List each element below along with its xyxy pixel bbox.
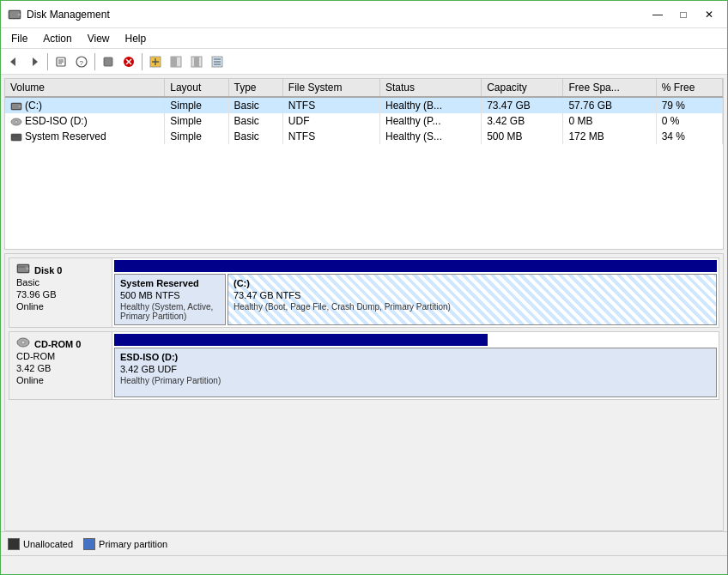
disk-0-bar <box>114 260 717 272</box>
menu-view[interactable]: View <box>81 31 117 46</box>
shrink-button[interactable] <box>187 52 206 71</box>
status-bar <box>1 555 727 574</box>
table-header-row: Volume Layout Type File System Status Ca… <box>5 79 723 97</box>
svg-point-2 <box>18 13 21 15</box>
svg-marker-4 <box>33 58 38 66</box>
col-volume: Volume <box>5 79 165 97</box>
partition-system-reserved[interactable]: System Reserved 500 MB NTFS Healthy (Sys… <box>114 274 226 325</box>
extend-button[interactable] <box>167 52 185 71</box>
disk-0-icon <box>16 263 30 274</box>
partition-system-reserved-size: 500 MB NTFS <box>120 290 220 300</box>
minimize-button[interactable]: — <box>646 6 669 23</box>
maximize-button[interactable]: □ <box>672 6 695 23</box>
more-button[interactable] <box>208 52 227 71</box>
properties-icon <box>55 56 67 68</box>
disk-0-type: Basic <box>16 277 105 288</box>
partition-system-reserved-status: Healthy (System, Active, Primary Partiti… <box>120 302 220 321</box>
table-cell: ESD-ISO (D:) <box>5 113 165 129</box>
toolbar-separator-2 <box>94 53 95 70</box>
legend-primary: Primary partition <box>83 538 167 550</box>
disk-0-visual: System Reserved 500 MB NTFS Healthy (Sys… <box>112 258 719 327</box>
col-type: Type <box>228 79 282 97</box>
partition-c-size: 73.47 GB NTFS <box>234 290 711 300</box>
table-cell: NTFS <box>282 97 379 113</box>
cdrom-0-name: CD-ROM 0 <box>16 337 105 349</box>
svg-marker-3 <box>10 58 15 66</box>
back-icon <box>8 56 20 68</box>
svg-point-30 <box>15 120 18 123</box>
svg-rect-11 <box>104 58 112 66</box>
toolbar: ? <box>1 49 727 75</box>
svg-rect-31 <box>11 134 21 141</box>
partition-esd-iso[interactable]: ESD-ISO (D:) 3.42 GB UDF Healthy (Primar… <box>114 348 717 397</box>
table-cell: 57.76 GB <box>563 97 656 113</box>
svg-rect-21 <box>194 57 199 67</box>
back-button[interactable] <box>4 52 23 71</box>
cdrom-0-icon <box>16 337 30 348</box>
table-row[interactable]: (C:)SimpleBasicNTFSHealthy (B...73.47 GB… <box>5 97 723 113</box>
title-left: Disk Management <box>8 8 110 21</box>
menu-file[interactable]: File <box>4 31 34 46</box>
table-row[interactable]: ESD-ISO (D:)SimpleBasicUDFHealthy (P...3… <box>5 113 723 129</box>
partition-c-name: (C:) <box>234 278 711 288</box>
table-cell: 0 MB <box>563 113 656 129</box>
more-icon <box>211 56 223 68</box>
partition-esd-iso-name: ESD-ISO (D:) <box>120 352 711 362</box>
col-filesystem: File System <box>282 79 379 97</box>
svg-point-35 <box>27 268 29 270</box>
col-pct-free: % Free <box>656 79 722 97</box>
table-cell: Healthy (B... <box>380 97 482 113</box>
legend-primary-label: Primary partition <box>99 539 167 549</box>
svg-rect-19 <box>171 57 177 67</box>
cdrom-0-size: 3.42 GB <box>16 363 105 373</box>
forward-button[interactable] <box>25 52 44 71</box>
table-cell: Healthy (P... <box>380 113 482 129</box>
disk-0-size: 73.96 GB <box>16 289 105 300</box>
svg-text:?: ? <box>80 59 84 67</box>
delete-button[interactable] <box>119 52 138 71</box>
table-cell: 34 % <box>656 129 722 144</box>
table-row[interactable]: System ReservedSimpleBasicNTFSHealthy (S… <box>5 129 723 144</box>
new-volume-icon <box>149 56 161 68</box>
table-cell: Healthy (S... <box>380 129 482 144</box>
cdrom-0-label: CD-ROM 0 CD-ROM 3.42 GB Online <box>9 332 112 399</box>
legend-unallocated: Unallocated <box>8 538 73 550</box>
close-button[interactable]: ✕ <box>698 6 720 23</box>
table-cell: Simple <box>165 129 228 144</box>
volume-table: Volume Layout Type File System Status Ca… <box>5 79 723 144</box>
properties-button[interactable] <box>52 52 70 71</box>
new-volume-button[interactable] <box>146 52 165 71</box>
delete-icon <box>123 56 135 68</box>
title-bar: Disk Management — □ ✕ <box>1 1 727 28</box>
table-cell: 3.42 GB <box>482 113 563 129</box>
disk-row-cdrom: CD-ROM 0 CD-ROM 3.42 GB Online ESD-ISO (… <box>9 331 719 400</box>
svg-point-38 <box>21 341 25 344</box>
table-cell: UDF <box>282 113 379 129</box>
table-cell: Basic <box>228 97 282 113</box>
table-cell: 73.47 GB <box>482 97 563 113</box>
svg-point-28 <box>19 106 21 107</box>
shrink-icon <box>191 56 203 68</box>
disk-0-label: Disk 0 Basic 73.96 GB Online <box>9 258 112 327</box>
partition-c-drive[interactable]: (C:) 73.47 GB NTFS Healthy (Boot, Page F… <box>228 274 717 325</box>
help-button[interactable]: ? <box>72 52 91 71</box>
legend: Unallocated Primary partition <box>1 531 727 555</box>
disk-0-name: Disk 0 <box>16 263 105 275</box>
cdrom-0-partitions: ESD-ISO (D:) 3.42 GB UDF Healthy (Primar… <box>114 348 717 397</box>
partition-esd-iso-size: 3.42 GB UDF <box>120 364 711 374</box>
table-cell: NTFS <box>282 129 379 144</box>
window-title: Disk Management <box>27 9 110 21</box>
partition-system-reserved-name: System Reserved <box>120 278 220 288</box>
menu-action[interactable]: Action <box>36 31 78 46</box>
disk-mgmt-icon <box>8 8 21 21</box>
help-icon: ? <box>76 56 88 68</box>
window-controls: — □ ✕ <box>646 6 720 23</box>
legend-unallocated-box <box>8 538 20 550</box>
legend-unallocated-label: Unallocated <box>23 539 73 549</box>
partition-esd-iso-status: Healthy (Primary Partition) <box>120 376 711 385</box>
rescan-button[interactable] <box>99 52 118 71</box>
menu-help[interactable]: Help <box>118 31 154 46</box>
legend-primary-box <box>83 538 95 550</box>
table-cell: Simple <box>165 113 228 129</box>
cdrom-0-bar <box>114 334 488 346</box>
